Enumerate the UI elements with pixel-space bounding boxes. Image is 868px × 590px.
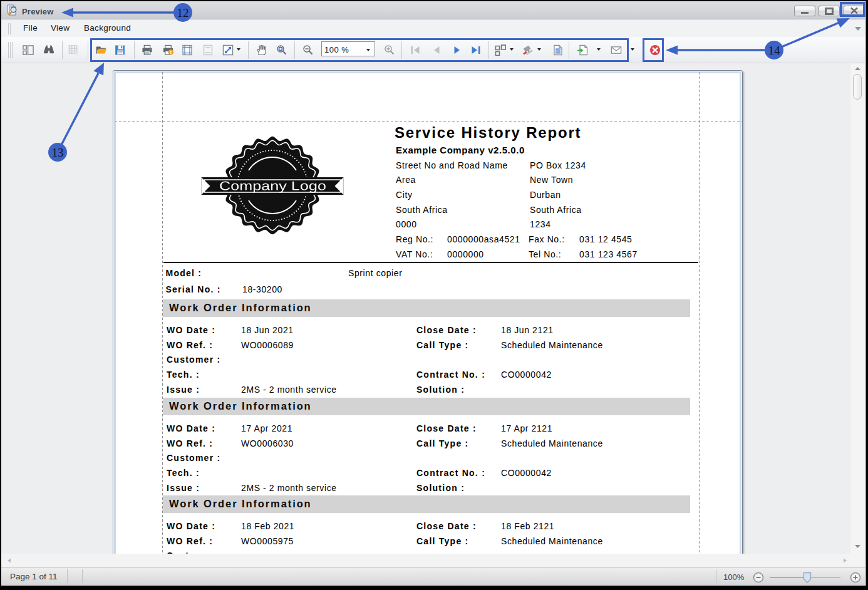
svg-text:12: 12 <box>177 6 189 19</box>
svg-text:14: 14 <box>768 44 781 57</box>
svg-text:13: 13 <box>52 146 64 159</box>
